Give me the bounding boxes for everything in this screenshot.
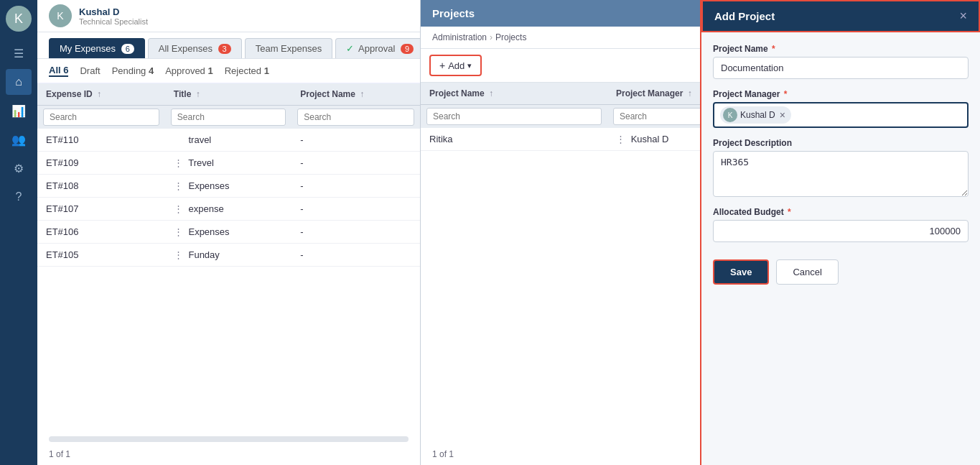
horizontal-scrollbar[interactable] xyxy=(49,436,409,442)
table-row: ET#108 ⋮ Expenses - xyxy=(37,175,420,198)
expense-title-cell: ⋮ Funday xyxy=(165,244,291,267)
project-description-group: Project Description HR365 xyxy=(713,138,969,197)
project-manager-label: Project Manager * xyxy=(713,89,969,99)
col-proj-manager[interactable]: Project Manager ↑ xyxy=(607,83,700,105)
help-icon[interactable]: ? xyxy=(6,184,32,210)
expense-pagination: 1 of 1 xyxy=(37,443,420,465)
expense-table: Expense ID ↑ Title ↑ Project Name ↑ xyxy=(37,83,420,267)
add-project-panel: Add Project × Project Name * Project Man… xyxy=(700,0,980,465)
tab-my-expenses[interactable]: My Expenses 6 xyxy=(49,38,145,58)
dots-menu[interactable]: ⋮ xyxy=(616,134,625,144)
expense-area: My Expenses 6 All Expenses 3 Team Expens… xyxy=(37,32,420,465)
user-name: Kushal D xyxy=(79,6,148,17)
required-star: * xyxy=(772,44,775,54)
proj-name-cell[interactable]: Ritika xyxy=(421,128,607,151)
project-manager-field[interactable]: K Kushal D × xyxy=(713,102,969,128)
expense-project-cell: - xyxy=(291,198,420,221)
table-row: Ritika ⋮ Kushal D xyxy=(421,128,700,151)
dots-menu-expense[interactable]: ⋮ xyxy=(174,157,183,168)
expense-title-cell: ⋮ travel xyxy=(165,129,291,152)
avatar: K xyxy=(6,6,32,32)
tab-team-expenses[interactable]: Team Expenses xyxy=(245,38,333,58)
expense-id-cell[interactable]: ET#105 xyxy=(37,244,165,267)
table-row: ET#107 ⋮ expense - xyxy=(37,198,420,221)
col-proj-name[interactable]: Project Name ↑ xyxy=(421,83,607,105)
search-proj-name[interactable] xyxy=(426,108,602,125)
dots-menu-expense[interactable]: ⋮ xyxy=(174,226,183,237)
search-expense-id[interactable] xyxy=(43,109,159,126)
filter-approved[interactable]: Approved 1 xyxy=(165,65,213,76)
dots-menu-expense[interactable]: ⋮ xyxy=(174,203,183,214)
expense-title-cell: ⋮ Trevel xyxy=(165,152,291,175)
expense-table-container: Expense ID ↑ Title ↑ Project Name ↑ xyxy=(37,83,420,435)
user-header: K Kushal D Technical Specialist xyxy=(37,0,420,32)
tab-all-expenses[interactable]: All Expenses 3 xyxy=(148,38,242,58)
table-row: ET#110 ⋮ travel - xyxy=(37,129,420,152)
allocated-budget-group: Allocated Budget * xyxy=(713,207,969,242)
people-icon[interactable]: 👥 xyxy=(6,126,32,152)
filter-all[interactable]: All 6 xyxy=(49,65,68,77)
filter-pending[interactable]: Pending 4 xyxy=(112,65,154,76)
sort-arrow-project: ↑ xyxy=(360,89,364,99)
add-project-body: Project Name * Project Manager * K Kusha… xyxy=(701,32,980,254)
expense-id-cell[interactable]: ET#109 xyxy=(37,152,165,175)
expense-id-cell[interactable]: ET#108 xyxy=(37,175,165,198)
tab-bar: My Expenses 6 All Expenses 3 Team Expens… xyxy=(37,32,420,59)
col-expense-id[interactable]: Expense ID ↑ xyxy=(37,83,165,106)
search-proj-manager[interactable] xyxy=(613,108,700,125)
expense-id-cell[interactable]: ET#107 xyxy=(37,198,165,221)
col-project-name[interactable]: Project Name ↑ xyxy=(291,83,420,106)
save-button[interactable]: Save xyxy=(713,259,769,285)
tab-approval[interactable]: ✓ Approval 9 xyxy=(335,38,420,58)
sidebar: K ☰ ⌂ 📊 👥 ⚙ ? xyxy=(0,0,37,465)
filter-rejected[interactable]: Rejected 1 xyxy=(225,65,269,76)
table-row: ET#106 ⋮ Expenses - xyxy=(37,221,420,244)
expense-id-cell[interactable]: ET#106 xyxy=(37,221,165,244)
filter-draft[interactable]: Draft xyxy=(80,65,100,76)
expense-project-cell: - xyxy=(291,152,420,175)
manager-tag: K Kushal D × xyxy=(720,106,791,124)
dots-menu-expense[interactable]: ⋮ xyxy=(174,249,183,260)
tag-close-icon[interactable]: × xyxy=(780,109,785,121)
projects-header: Projects xyxy=(421,0,700,27)
expense-id-cell[interactable]: ET#110 xyxy=(37,129,165,152)
expense-title-cell: ⋮ expense xyxy=(165,198,291,221)
filter-bar: All 6 Draft Pending 4 Approved 1 Rejecte… xyxy=(37,59,420,83)
breadcrumb-sep: › xyxy=(490,32,493,42)
hamburger-icon[interactable]: ☰ xyxy=(6,40,32,66)
project-name-group: Project Name * xyxy=(713,44,969,79)
manager-avatar: K xyxy=(723,108,737,122)
required-star-2: * xyxy=(784,89,788,99)
breadcrumb-projects[interactable]: Projects xyxy=(495,32,526,42)
required-star-3: * xyxy=(788,207,791,217)
projects-breadcrumb: Administration › Projects xyxy=(421,27,700,49)
add-project-header: Add Project × xyxy=(701,0,980,32)
expense-project-cell: - xyxy=(291,129,420,152)
search-title[interactable] xyxy=(171,109,286,126)
expense-project-cell: - xyxy=(291,175,420,198)
sort-arrow-id: ↑ xyxy=(97,89,101,99)
sort-proj-name: ↑ xyxy=(489,88,493,98)
search-project-name[interactable] xyxy=(297,109,414,126)
home-icon[interactable]: ⌂ xyxy=(6,69,32,95)
gear-icon[interactable]: ⚙ xyxy=(6,155,32,181)
user-title: Technical Specialist xyxy=(79,17,148,26)
dropdown-arrow-icon: ▾ xyxy=(467,61,472,70)
dots-menu-expense[interactable]: ⋮ xyxy=(174,180,183,191)
col-title[interactable]: Title ↑ xyxy=(165,83,291,106)
chart-icon[interactable]: 📊 xyxy=(6,98,32,124)
breadcrumb-admin[interactable]: Administration xyxy=(432,32,487,42)
project-description-label: Project Description xyxy=(713,138,969,148)
allocated-budget-input[interactable] xyxy=(713,220,969,242)
user-avatar: K xyxy=(49,4,72,27)
table-row: ET#105 ⋮ Funday - xyxy=(37,244,420,267)
project-description-input[interactable]: HR365 xyxy=(713,151,969,197)
close-button[interactable]: × xyxy=(959,9,967,24)
add-project-button[interactable]: + Add ▾ xyxy=(429,55,482,76)
plus-icon: + xyxy=(439,60,445,71)
proj-manager-cell: ⋮ Kushal D xyxy=(607,128,700,151)
check-icon: ✓ xyxy=(346,43,354,54)
cancel-button[interactable]: Cancel xyxy=(776,259,838,285)
main-content: K Kushal D Technical Specialist My Expen… xyxy=(37,0,420,465)
project-name-input[interactable] xyxy=(713,57,969,79)
